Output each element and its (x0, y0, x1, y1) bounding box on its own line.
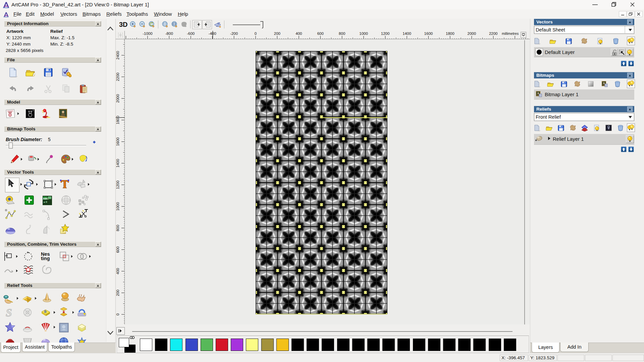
svg-text:1200: 1200 (381, 32, 390, 36)
svg-text:1000: 1000 (359, 32, 368, 36)
svg-text:millimetres: millimetres (502, 32, 519, 36)
svg-text:800: 800 (116, 225, 120, 231)
svg-text:200: 200 (274, 32, 280, 36)
svg-text:2200: 2200 (116, 73, 120, 81)
svg-text:2000: 2000 (116, 94, 120, 103)
svg-text:1200: 1200 (116, 181, 120, 189)
svg-text:1800: 1800 (446, 32, 454, 36)
svg-text:0: 0 (255, 32, 257, 36)
svg-text:▲E: ▲E (43, 200, 48, 203)
svg-text:T: T (33, 109, 34, 112)
svg-text:-1000: -1000 (143, 32, 152, 36)
svg-text:400: 400 (116, 268, 120, 275)
svg-text:-200: -200 (230, 32, 238, 36)
svg-text:2400: 2400 (116, 51, 120, 60)
svg-text:2200: 2200 (489, 32, 498, 36)
svg-text:400: 400 (296, 32, 302, 36)
svg-text:1000: 1000 (116, 202, 120, 211)
svg-text:-400: -400 (209, 32, 216, 36)
svg-text:600: 600 (317, 32, 324, 36)
svg-text:S: S (6, 307, 12, 318)
svg-text:1600: 1600 (116, 137, 120, 146)
svg-text:ABC: ABC (43, 197, 49, 200)
svg-text:-600: -600 (187, 32, 195, 36)
svg-text:-800: -800 (165, 32, 173, 36)
svg-text:2000: 2000 (468, 32, 476, 36)
svg-text:1600: 1600 (424, 32, 433, 36)
svg-text:200: 200 (116, 290, 120, 296)
svg-text:600: 600 (116, 246, 120, 253)
svg-text:1800: 1800 (116, 116, 120, 124)
svg-text:0: 0 (116, 313, 120, 315)
svg-text:1400: 1400 (116, 159, 120, 168)
svg-text:800: 800 (339, 32, 345, 36)
svg-text:ting: ting (41, 256, 50, 261)
svg-text:1400: 1400 (402, 32, 411, 36)
